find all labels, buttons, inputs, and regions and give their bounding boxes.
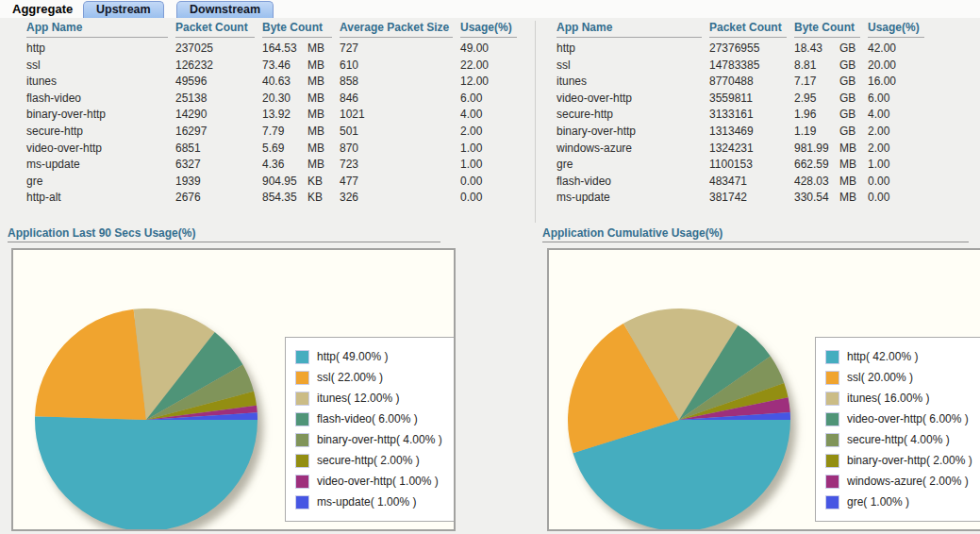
col-packet-count: Packet Count bbox=[709, 21, 787, 38]
cell-packet-count: 14783385 bbox=[709, 58, 787, 75]
cell-packet-count: 8770488 bbox=[709, 74, 787, 91]
legend-label: gre( 1.00% ) bbox=[847, 495, 909, 509]
cell-app-name: http-alt bbox=[26, 190, 168, 207]
pie-chart-cumulative bbox=[561, 302, 797, 531]
cell-packet-count: 3133161 bbox=[709, 107, 787, 124]
cell-byte-count: 40.63MB bbox=[262, 74, 332, 91]
byte-value: 13.92 bbox=[262, 107, 307, 124]
byte-value: 18.43 bbox=[794, 41, 839, 58]
cell-app-name: gre bbox=[556, 157, 702, 174]
table-row: ssl12623273.46MB61022.00 bbox=[8, 58, 532, 75]
legend-item: binary-over-http( 4.00% ) bbox=[295, 429, 454, 450]
table-row: video-over-http35598112.95GB6.00 bbox=[538, 91, 980, 108]
cell-app-name: binary-over-http bbox=[556, 124, 702, 141]
table-row: itunes87704887.17GB16.00 bbox=[538, 74, 980, 91]
cell-packet-count: 1313469 bbox=[709, 124, 787, 141]
byte-value: 428.03 bbox=[794, 174, 839, 191]
byte-value: 7.17 bbox=[794, 74, 839, 91]
legend-item: itunes( 12.00% ) bbox=[295, 388, 454, 409]
legend-swatch-icon bbox=[295, 392, 309, 406]
legend-swatch-icon bbox=[295, 454, 309, 468]
chart-panel-cumulative: http( 42.00% )ssl( 20.00% )itunes( 16.00… bbox=[547, 248, 980, 531]
cell-avg-packet-size: 477 bbox=[340, 174, 453, 191]
cell-usage: 20.00 bbox=[868, 58, 924, 75]
cell-usage: 16.00 bbox=[868, 74, 924, 91]
legend-item: flash-video( 6.00% ) bbox=[295, 409, 454, 429]
byte-value: 40.63 bbox=[262, 74, 307, 91]
table-row: flash-video483471428.03MB0.00 bbox=[538, 174, 980, 191]
pie-chart-last90 bbox=[28, 302, 264, 531]
table-row: ssl147833858.81GB20.00 bbox=[538, 58, 980, 75]
legend-item: ssl( 20.00% ) bbox=[825, 367, 980, 388]
tab-downstream[interactable]: Downstream bbox=[176, 1, 274, 18]
table-row: secure-http162977.79MB5012.00 bbox=[8, 124, 532, 141]
table-row: binary-over-http1429013.92MB10214.00 bbox=[8, 107, 532, 124]
cell-packet-count: 1100153 bbox=[709, 157, 787, 174]
legend-item: http( 42.00% ) bbox=[825, 346, 980, 367]
cell-app-name: ms-update bbox=[556, 190, 702, 207]
legend-swatch-icon bbox=[295, 475, 309, 489]
table-row: http2737695518.43GB42.00 bbox=[538, 41, 980, 58]
cell-byte-count: 7.17GB bbox=[794, 74, 860, 91]
cell-avg-packet-size: 610 bbox=[340, 58, 453, 75]
byte-unit: MB bbox=[307, 142, 324, 155]
cell-byte-count: 5.69MB bbox=[262, 141, 332, 158]
byte-value: 854.35 bbox=[262, 190, 307, 207]
byte-unit: KB bbox=[307, 191, 323, 204]
byte-unit: GB bbox=[839, 58, 855, 72]
byte-unit: GB bbox=[839, 92, 855, 105]
legend-swatch-icon bbox=[295, 371, 309, 385]
tab-aggregate[interactable]: Aggregate bbox=[0, 0, 85, 18]
cell-app-name: ms-update bbox=[26, 157, 168, 174]
byte-unit: GB bbox=[839, 75, 855, 88]
legend-swatch-icon bbox=[295, 433, 309, 447]
pie-legend-last90: http( 49.00% )ssl( 22.00% )itunes( 12.00… bbox=[285, 337, 456, 522]
cell-packet-count: 483471 bbox=[709, 174, 787, 191]
byte-value: 164.53 bbox=[262, 41, 307, 58]
cell-avg-packet-size: 846 bbox=[340, 91, 453, 108]
col-usage: Usage(%) bbox=[460, 21, 517, 38]
legend-item: secure-http( 2.00% ) bbox=[295, 450, 454, 471]
legend-item: ssl( 22.00% ) bbox=[295, 367, 454, 388]
col-app-name: App Name bbox=[26, 21, 168, 38]
legend-swatch-icon bbox=[825, 495, 839, 509]
col-avg-packet-size: Average Packet Size bbox=[340, 21, 453, 38]
legend-item: binary-over-http( 2.00% ) bbox=[825, 450, 980, 471]
cell-byte-count: 18.43GB bbox=[794, 41, 860, 58]
cell-app-name: gre bbox=[26, 174, 168, 191]
col-byte-count: Byte Count bbox=[262, 21, 332, 38]
tab-upstream[interactable]: Upstream bbox=[83, 1, 164, 18]
legend-item: video-over-http( 1.00% ) bbox=[295, 471, 454, 492]
legend-swatch-icon bbox=[295, 412, 309, 426]
byte-unit: KB bbox=[307, 175, 323, 188]
cell-usage: 6.00 bbox=[460, 91, 517, 108]
cell-packet-count: 16297 bbox=[175, 124, 255, 141]
legend-item: http( 49.00% ) bbox=[295, 346, 454, 367]
table-divider bbox=[535, 21, 536, 223]
cell-avg-packet-size: 1021 bbox=[340, 107, 453, 124]
byte-value: 73.46 bbox=[262, 58, 307, 75]
legend-swatch-icon bbox=[825, 350, 839, 364]
table-row: windows-azure1324231981.99MB2.00 bbox=[538, 141, 980, 158]
byte-value: 8.81 bbox=[794, 58, 839, 75]
cell-byte-count: 7.79MB bbox=[262, 124, 332, 141]
section-rule bbox=[8, 242, 440, 242]
chart-panel-last90: http( 49.00% )ssl( 22.00% )itunes( 12.00… bbox=[11, 248, 456, 531]
legend-label: itunes( 16.00% ) bbox=[847, 392, 929, 405]
cell-usage: 0.00 bbox=[868, 190, 924, 207]
cell-packet-count: 27376955 bbox=[709, 41, 787, 58]
table-row: itunes4959640.63MB85812.00 bbox=[8, 74, 532, 91]
legend-item: video-over-http( 6.00% ) bbox=[825, 409, 980, 429]
byte-value: 2.95 bbox=[794, 91, 839, 108]
legend-swatch-icon bbox=[825, 392, 839, 406]
legend-label: secure-http( 2.00% ) bbox=[317, 454, 420, 467]
byte-unit: MB bbox=[307, 42, 324, 55]
table-row: http237025164.53MB72749.00 bbox=[8, 41, 532, 58]
table-row: secure-http31331611.96GB4.00 bbox=[538, 107, 980, 124]
legend-label: http( 49.00% ) bbox=[317, 350, 388, 363]
table-row: gre1939904.95KB4770.00 bbox=[8, 174, 532, 191]
section-title-last90: Application Last 90 Secs Usage(%) bbox=[8, 226, 195, 240]
cell-byte-count: 428.03MB bbox=[794, 174, 860, 191]
cell-packet-count: 6851 bbox=[175, 141, 255, 158]
aggregate-stats-table: App Name Packet Count Byte Count Average… bbox=[8, 21, 532, 207]
